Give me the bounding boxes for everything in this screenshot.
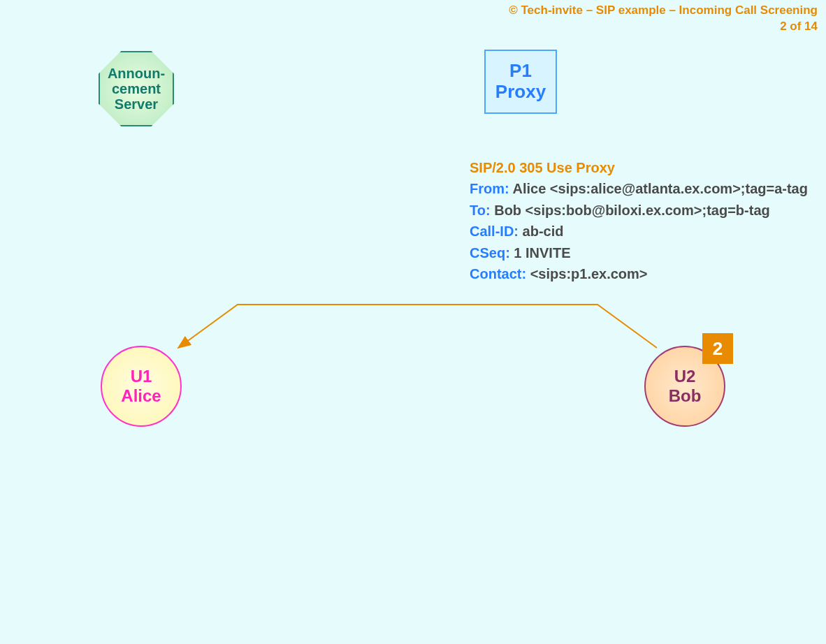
u2-line1: U2	[674, 367, 696, 386]
u1-line2: Alice	[121, 386, 161, 405]
sip-header-name: CSeq	[470, 245, 505, 261]
sip-message-block: SIP/2.0 305 Use Proxy From: Alice <sips:…	[470, 157, 808, 284]
step-number: 2	[713, 338, 723, 360]
sip-header-name: From	[470, 181, 505, 196]
header-title: © Tech-invite – SIP example – Incoming C…	[509, 3, 818, 19]
u2-line2: Bob	[669, 386, 702, 405]
sip-status-line: SIP/2.0 305 Use Proxy	[470, 157, 808, 178]
header-page-count: 2 of 14	[509, 19, 818, 35]
page-header: © Tech-invite – SIP example – Incoming C…	[509, 3, 818, 35]
sip-header-to: To: Bob <sips:bob@biloxi.ex.com>;tag=b-t…	[470, 200, 808, 221]
sip-header-value: Bob <sips:bob@biloxi.ex.com>;tag=b-tag	[491, 203, 770, 218]
node-p1-proxy: P1 Proxy	[484, 50, 557, 114]
sip-header-value: ab-cid	[519, 224, 563, 239]
sip-header-cseq: CSeq: 1 INVITE	[470, 242, 808, 263]
node-u1-alice: U1 Alice	[101, 346, 182, 427]
u1-line1: U1	[131, 367, 152, 386]
p1-proxy-line2: Proxy	[495, 81, 546, 102]
sip-header-contact: Contact: <sips:p1.ex.com>	[470, 263, 808, 284]
announcement-server-line1: Announ-	[108, 66, 165, 81]
sip-header-value: 1 INVITE	[510, 245, 571, 261]
p1-proxy-line1: P1	[509, 60, 532, 81]
sip-header-name: Call-ID	[470, 224, 514, 239]
announcement-server-line2: cement	[112, 81, 161, 96]
announcement-server-line3: Server	[115, 96, 158, 112]
step-badge: 2	[702, 333, 733, 364]
sip-header-value: <sips:p1.ex.com>	[526, 266, 647, 281]
sip-header-name: To	[470, 203, 486, 218]
node-announcement-server: Announ- cement Server	[99, 51, 174, 126]
sip-header-value: Alice <sips:alice@atlanta.ex.com>;tag=a-…	[509, 181, 808, 196]
sip-header-from: From: Alice <sips:alice@atlanta.ex.com>;…	[470, 178, 808, 199]
sip-header-name: Contact	[470, 266, 521, 281]
sip-header-callid: Call-ID: ab-cid	[470, 221, 808, 242]
